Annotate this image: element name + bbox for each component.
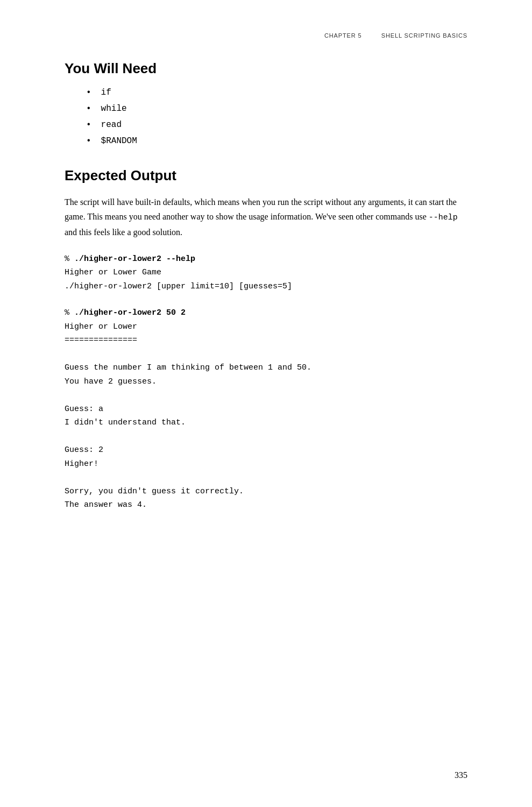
command2-output2: =============== <box>65 336 137 345</box>
command1-output1: Higher or Lower Game <box>65 268 161 277</box>
list-item: $RANDOM <box>86 136 467 146</box>
header-separator <box>368 32 375 39</box>
command1-text: ./higher-or-lower2 --help <box>74 254 195 264</box>
page: CHAPTER 5 SHELL SCRIPTING BASICS You Wil… <box>0 0 532 807</box>
list-item: while <box>86 104 467 114</box>
command2-output14: The answer was 4. <box>65 500 147 509</box>
command2-output11: Higher! <box>65 459 98 469</box>
command2-output10: Guess: 2 <box>65 445 103 455</box>
command2-output13: Sorry, you didn't guess it correctly. <box>65 487 244 496</box>
command2-output4: Guess the number I am thinking of betwee… <box>65 363 311 372</box>
command2-output8: I didn't understand that. <box>65 418 186 427</box>
chapter-label: CHAPTER 5 <box>324 32 362 39</box>
list-item: if <box>86 88 467 97</box>
section1-title: You Will Need <box>65 60 467 77</box>
command2-text: ./higher-or-lower2 50 2 <box>74 308 186 317</box>
command2-output7: Guess: a <box>65 405 103 414</box>
command2-block: % ./higher-or-lower2 50 2 Higher or Lowe… <box>65 306 467 512</box>
section2-title: Expected Output <box>65 167 467 184</box>
you-will-need-list: if while read $RANDOM <box>86 88 467 146</box>
chapter-subtitle: SHELL SCRIPTING BASICS <box>381 32 467 39</box>
page-number: 335 <box>455 770 467 780</box>
command1-block: % ./higher-or-lower2 --help Higher or Lo… <box>65 252 467 294</box>
command2-output1: Higher or Lower <box>65 322 137 331</box>
section2-body: The script will have built-in defaults, … <box>65 195 467 239</box>
command1-output2: ./higher-or-lower2 [upper limit=10] [gue… <box>65 282 292 291</box>
command2-output5: You have 2 guesses. <box>65 377 157 386</box>
list-item: read <box>86 120 467 130</box>
page-header: CHAPTER 5 SHELL SCRIPTING BASICS <box>65 32 467 39</box>
